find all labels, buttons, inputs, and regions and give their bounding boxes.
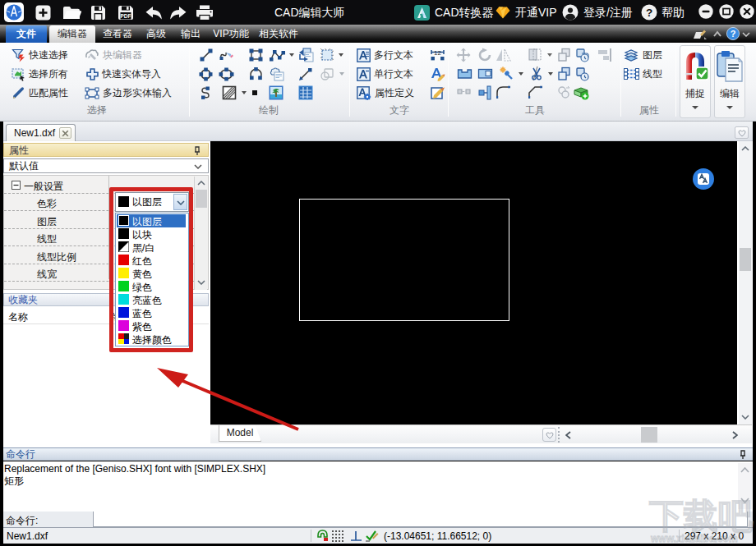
svg-text:12: 12 bbox=[434, 49, 441, 57]
svg-text:?: ? bbox=[731, 29, 736, 39]
svg-text:PDF: PDF bbox=[121, 13, 131, 19]
svg-text:?: ? bbox=[646, 7, 652, 19]
